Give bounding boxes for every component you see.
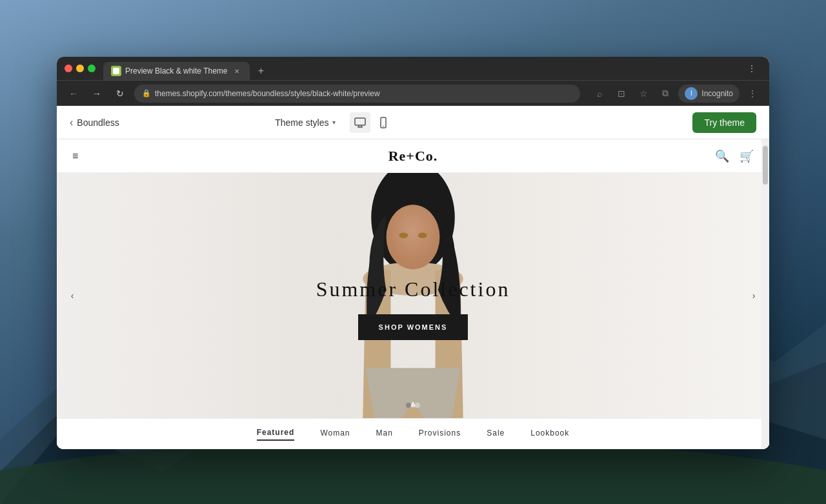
cast-icon[interactable]: ⊡	[612, 85, 630, 103]
preview-center-controls: Theme styles ▾	[268, 112, 394, 133]
chrome-tabs: Preview Black & white Theme ✕ +	[103, 57, 742, 80]
back-to-themes-button[interactable]: ‹ Boundless	[70, 117, 119, 128]
store-cart-icon[interactable]: 🛒	[740, 149, 754, 163]
desktop-icon	[354, 117, 366, 128]
minimize-window-button[interactable]	[76, 65, 84, 72]
svg-rect-4	[355, 118, 365, 125]
back-navigation-button[interactable]: ←	[65, 85, 83, 103]
theme-name-label: Boundless	[77, 117, 119, 128]
hero-title: Summer Collection	[316, 277, 510, 301]
store-header-actions: 🔍 🛒	[715, 149, 754, 163]
theme-styles-label: Theme styles	[275, 117, 328, 128]
browser-window: Preview Black & white Theme ✕ + ⋮ ← → ↻ …	[57, 57, 769, 449]
profile-name: Incognito	[701, 89, 733, 98]
chrome-menu-icon[interactable]: ⋮	[743, 85, 761, 103]
avatar: I	[685, 87, 698, 100]
shopify-favicon-inner	[113, 68, 119, 74]
chrome-menu-button[interactable]: ⋮	[742, 63, 761, 74]
nav-item-sale[interactable]: Sale	[487, 428, 505, 440]
traffic-lights	[65, 65, 96, 72]
toolbar-actions: ⌕ ⊡ ☆ ⧉ I Incognito ⋮	[590, 85, 761, 103]
nav-item-woman[interactable]: Woman	[320, 428, 350, 440]
store-content: ≡ Re+Co. 🔍 🛒	[57, 139, 769, 449]
nav-item-featured[interactable]: Featured	[257, 428, 295, 441]
reload-button[interactable]: ↻	[111, 85, 129, 103]
hero-next-button[interactable]: ›	[743, 285, 764, 306]
store-bottom-nav: Featured Woman Man Provisions Sale Lookb…	[57, 418, 769, 449]
store-header: ≡ Re+Co. 🔍 🛒	[57, 139, 769, 173]
desktop-view-button[interactable]	[350, 112, 370, 133]
preview-bar: ‹ Boundless Theme styles ▾	[57, 106, 769, 139]
close-window-button[interactable]	[65, 65, 72, 72]
view-toggle-buttons	[350, 112, 394, 133]
search-icon[interactable]: ⌕	[590, 85, 609, 103]
chrome-toolbar: ← → ↻ 🔒 themes.shopify.com/themes/boundl…	[57, 80, 769, 106]
nav-item-provisions[interactable]: Provisions	[419, 428, 461, 440]
tab-title: Preview Black & white Theme	[125, 66, 228, 76]
store-preview: ≡ Re+Co. 🔍 🛒	[57, 139, 769, 449]
active-tab[interactable]: Preview Black & white Theme ✕	[103, 62, 250, 80]
nav-item-man[interactable]: Man	[376, 428, 393, 440]
hero-content: Summer Collection SHOP WOMENS	[316, 277, 510, 340]
shop-womens-button[interactable]: SHOP WOMENS	[358, 314, 468, 340]
scrollbar-thumb[interactable]	[763, 146, 768, 185]
hero-section: Summer Collection SHOP WOMENS ‹ ›	[57, 173, 769, 418]
theme-styles-dropdown[interactable]: Theme styles ▾	[268, 114, 342, 132]
split-view-icon[interactable]: ⧉	[656, 85, 674, 103]
new-tab-button[interactable]: +	[252, 62, 270, 80]
tab-close-button[interactable]: ✕	[232, 66, 242, 76]
store-search-icon[interactable]: 🔍	[715, 149, 729, 163]
url-text: themes.shopify.com/themes/boundless/styl…	[155, 89, 380, 98]
slide-dot-1[interactable]	[406, 403, 411, 408]
hero-prev-button[interactable]: ‹	[62, 285, 83, 306]
svg-point-9	[383, 125, 385, 126]
profile-chip[interactable]: I Incognito	[678, 85, 740, 103]
hamburger-menu-icon[interactable]: ≡	[72, 150, 78, 162]
security-lock-icon: 🔒	[142, 89, 151, 97]
chrome-titlebar: Preview Black & white Theme ✕ + ⋮	[57, 57, 769, 80]
slide-indicators	[406, 403, 420, 408]
back-arrow-icon: ‹	[70, 117, 73, 128]
chevron-down-icon: ▾	[332, 119, 336, 126]
bookmark-star-icon[interactable]: ☆	[634, 85, 652, 103]
mobile-view-button[interactable]	[373, 112, 394, 133]
forward-navigation-button[interactable]: →	[88, 85, 106, 103]
mobile-icon	[378, 117, 389, 128]
tab-favicon	[111, 66, 121, 76]
maximize-window-button[interactable]	[88, 65, 96, 72]
svg-point-15	[418, 232, 427, 238]
svg-point-14	[399, 232, 408, 238]
svg-point-13	[387, 205, 440, 269]
try-theme-button[interactable]: Try theme	[692, 112, 756, 133]
slide-dot-2[interactable]	[415, 403, 420, 408]
store-logo: Re+Co.	[388, 148, 438, 165]
nav-item-lookbook[interactable]: Lookbook	[530, 428, 569, 440]
address-bar[interactable]: 🔒 themes.shopify.com/themes/boundless/st…	[134, 85, 580, 103]
